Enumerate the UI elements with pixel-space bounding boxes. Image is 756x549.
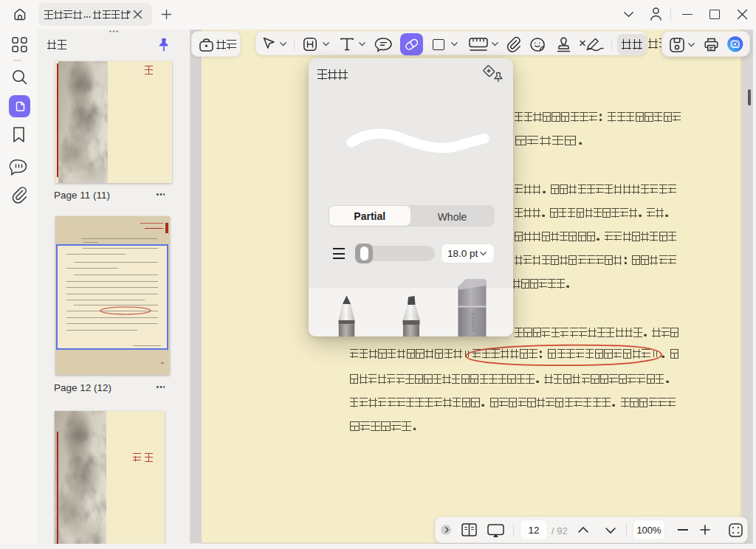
svg-text:ERASER: ERASER — [471, 312, 475, 332]
